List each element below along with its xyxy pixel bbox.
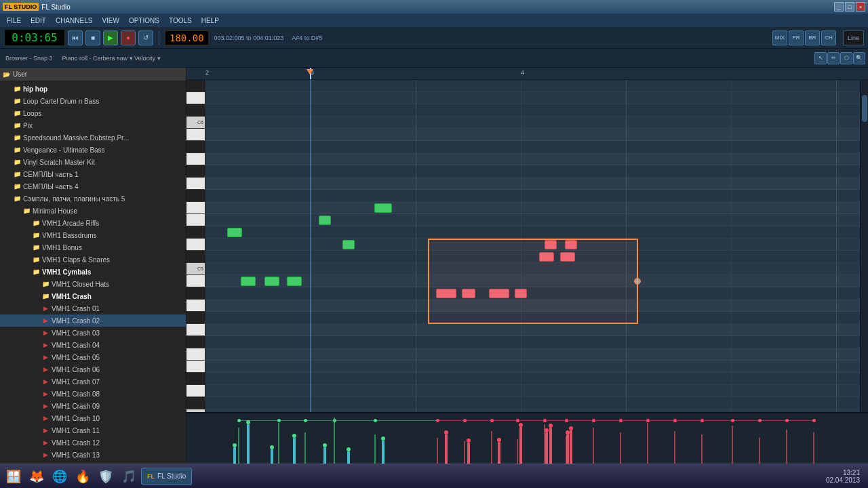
piano-key-A4[interactable] [186, 300, 205, 312]
piano-key-F5[interactable] [186, 202, 205, 214]
tree-item-4[interactable]: 📁Speedsound.Massive.Dubstep.Pr... [0, 131, 186, 144]
tree-item-27[interactable]: ▶VMH1 Crash 10 [0, 412, 186, 424]
piano-key-F4[interactable] [186, 348, 205, 361]
menu-edit[interactable]: EDIT [26, 16, 50, 26]
vel-line-dot-19[interactable] [812, 419, 816, 422]
piano-key-C#4[interactable] [186, 397, 205, 409]
piano-key-G4[interactable] [186, 324, 205, 336]
grid-row-A#4[interactable] [205, 287, 860, 300]
grid-row-D#5[interactable] [205, 226, 860, 239]
velocity-dot-0[interactable] [233, 443, 237, 447]
velocity-bar-11[interactable] [545, 432, 548, 465]
piano-key-F#5[interactable] [186, 190, 205, 202]
grid-row-G4[interactable] [205, 324, 860, 336]
velocity-dot-14[interactable] [569, 426, 573, 430]
velocity-dot-3[interactable] [292, 434, 296, 438]
menu-file[interactable]: FILE [3, 16, 25, 26]
velocity-bar-0[interactable] [233, 447, 236, 465]
minimize-button[interactable]: _ [834, 2, 844, 12]
taskbar-firefox[interactable]: 🦊 [26, 466, 47, 487]
grid-row-F#5[interactable] [205, 190, 860, 202]
tool-eraser[interactable]: ⬡ [840, 52, 852, 64]
browser-button[interactable]: BR [805, 30, 820, 45]
tree-item-18[interactable]: ▶VMH1 Crash 01 [0, 302, 186, 314]
tempo-display[interactable]: 180.00 [165, 30, 209, 45]
tree-item-12[interactable]: 📁VMH1 Bassdrums [0, 229, 186, 241]
grid-row-C6[interactable] [205, 117, 860, 129]
piano-key-A#4[interactable] [186, 287, 205, 300]
record-button[interactable]: ● [121, 30, 136, 45]
piano-key-D#6[interactable] [186, 80, 205, 92]
tree-item-26[interactable]: ▶VMH1 Crash 09 [0, 400, 186, 412]
tree-item-7[interactable]: 📁СЕМПЛЫ часть 1 [0, 168, 186, 180]
piano-key-E4[interactable] [186, 361, 205, 373]
grid-row-D#4[interactable] [205, 373, 860, 385]
tree-item-16[interactable]: 📁VMH1 Closed Hats [0, 278, 186, 290]
velocity-bar-13[interactable] [549, 428, 552, 465]
piano-key-D4[interactable] [186, 385, 205, 397]
tool-zoom[interactable]: 🔍 [853, 52, 865, 64]
piano-key-A5[interactable] [186, 153, 205, 165]
velocity-dot-1[interactable] [246, 420, 250, 424]
vertical-scrollbar[interactable] [860, 80, 868, 412]
grid-row-G5[interactable] [205, 178, 860, 190]
piano-key-D6[interactable] [186, 92, 205, 104]
piano-key-B5[interactable] [186, 129, 205, 141]
taskbar-chrome[interactable]: 🌐 [49, 466, 71, 487]
grid-row-B4[interactable] [205, 275, 860, 287]
grid-row-C#4[interactable] [205, 397, 860, 409]
grid-row-D5[interactable] [205, 239, 860, 251]
note-pink-5[interactable] [560, 252, 575, 262]
grid-row-C#5[interactable] [205, 251, 860, 263]
rewind-button[interactable]: ⏮ [68, 30, 83, 45]
grid-row-A#5[interactable] [205, 141, 860, 153]
piano-key-G5[interactable] [186, 178, 205, 190]
play-button[interactable]: ▶ [103, 30, 118, 45]
piano-key-C#5[interactable] [186, 251, 205, 263]
piano-key-C6[interactable]: C6 [186, 117, 205, 129]
grid-row-B5[interactable] [205, 129, 860, 141]
menu-options[interactable]: OPTIONS [125, 16, 163, 26]
velocity-dot-4[interactable] [323, 443, 327, 447]
piano-roll-button[interactable]: PR [789, 30, 804, 45]
tree-item-13[interactable]: 📁VMH1 Bonus [0, 241, 186, 253]
velocity-dot-7[interactable] [444, 430, 448, 434]
velocity-dot-5[interactable] [347, 447, 351, 451]
tree-item-10[interactable]: 📁Minimal House [0, 205, 186, 217]
tree-item-25[interactable]: ▶VMH1 Crash 08 [0, 388, 186, 400]
velocity-bar-9[interactable] [498, 442, 500, 465]
piano-key-G#5[interactable] [186, 165, 205, 178]
menu-help[interactable]: HELP [197, 16, 223, 26]
tree-item-20[interactable]: ▶VMH1 Crash 03 [0, 327, 186, 339]
grid-row-E5[interactable] [205, 214, 860, 226]
velocity-bar-1[interactable] [247, 424, 250, 465]
tree-item-30[interactable]: ▶VMH1 Crash 13 [0, 449, 186, 461]
scrollbar-thumb-v[interactable] [862, 95, 867, 122]
grid-row-F#4[interactable] [205, 336, 860, 348]
note-green-2[interactable] [264, 277, 279, 286]
velocity-bar-7[interactable] [445, 434, 448, 465]
velocity-dot-13[interactable] [549, 424, 553, 428]
note-green-6[interactable] [374, 203, 392, 213]
tree-item-28[interactable]: ▶VMH1 Crash 11 [0, 424, 186, 436]
tree-item-9[interactable]: 📁Сэмплы, патчи, плагины часть 5 [0, 192, 186, 205]
velocity-dot-2[interactable] [270, 445, 274, 449]
tree-item-24[interactable]: ▶VMH1 Crash 07 [0, 375, 186, 388]
note-pink-2[interactable] [489, 289, 509, 298]
channel-rack-button[interactable]: CH [821, 30, 836, 45]
menu-tools[interactable]: TOOLS [165, 16, 196, 26]
taskbar-fl-studio[interactable]: FL FL Studio [141, 468, 192, 485]
tree-item-22[interactable]: ▶VMH1 Crash 05 [0, 351, 186, 363]
tree-item-15[interactable]: 📁VMH1 Cymbals [0, 266, 186, 278]
note-green-1[interactable] [241, 277, 256, 286]
tree-item-17[interactable]: 📁VMH1 Crash [0, 290, 186, 302]
grid-row-A4[interactable] [205, 300, 860, 312]
tree-item-0[interactable]: 📁hip hop [0, 83, 186, 95]
velocity-dot-10[interactable] [519, 423, 523, 427]
velocity-bar-4[interactable] [323, 447, 326, 465]
tree-item-21[interactable]: ▶VMH1 Crash 04 [0, 339, 186, 351]
velocity-dot-6[interactable] [381, 436, 385, 441]
piano-key-D5[interactable] [186, 239, 205, 251]
grid-row-A5[interactable] [205, 153, 860, 165]
grid-row-E4[interactable] [205, 361, 860, 373]
